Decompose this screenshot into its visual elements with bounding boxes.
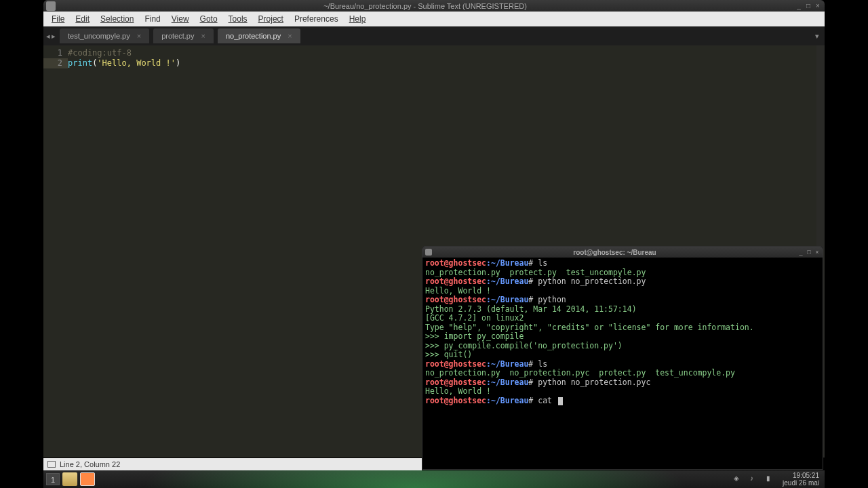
sublime-taskbar-icon[interactable]	[80, 472, 95, 486]
taskbar-right: ◈ ♪ ▮ 19:05:21 jeudi 26 mai	[734, 472, 825, 487]
menu-help[interactable]: Help	[344, 13, 372, 25]
tab-bar: ◂ ▸ test_uncompyle.py × protect.py × no_…	[43, 26, 825, 45]
tab-nav-arrows: ◂ ▸	[46, 32, 56, 41]
tab-label: protect.py	[161, 32, 194, 40]
tab-close-icon[interactable]: ×	[288, 32, 292, 40]
taskbar: 1 ◈ ♪ ▮ 19:05:21 jeudi 26 mai	[43, 470, 825, 488]
terminal-window: root@ghostsec: ~/Bureau _ □ × root@ghost…	[422, 246, 823, 470]
terminal-title: root@ghostsec: ~/Bureau	[432, 249, 797, 256]
menu-edit[interactable]: Edit	[70, 13, 95, 25]
workspace-switcher[interactable]: 1	[46, 473, 60, 485]
tab-label: no_protection.py	[226, 32, 281, 40]
menu-tools[interactable]: Tools	[223, 13, 253, 25]
terminal-line: no_protection.py protect.py test_uncompy…	[425, 268, 820, 278]
menu-project[interactable]: Project	[253, 13, 289, 25]
terminal-line: Hello, World !	[425, 287, 820, 296]
close-button[interactable]: ×	[814, 2, 822, 10]
tab-protect[interactable]: protect.py ×	[153, 28, 214, 43]
window-controls: _ □ ×	[795, 2, 822, 10]
tab-close-icon[interactable]: ×	[137, 32, 141, 40]
menu-view[interactable]: View	[166, 13, 195, 25]
tab-overflow-caret[interactable]: ▾	[815, 32, 819, 41]
terminal-line: root@ghostsec:~/Bureau# python no_protec…	[425, 378, 820, 388]
menu-bar: File Edit Selection Find View Goto Tools…	[43, 12, 825, 26]
terminal-line: >>> py_compile.compile('no_protection.py…	[425, 342, 820, 351]
terminal-line: no_protection.py no_protection.pyc prote…	[425, 369, 820, 378]
terminal-line: root@ghostsec:~/Bureau# python no_protec…	[425, 277, 820, 287]
status-panel-icon[interactable]	[47, 461, 56, 468]
terminal-line: root@ghostsec:~/Bureau# ls	[425, 259, 820, 268]
menu-selection[interactable]: Selection	[95, 13, 139, 25]
terminal-body[interactable]: root@ghostsec:~/Bureau# lsno_protection.…	[422, 258, 823, 407]
gutter: 1 2	[43, 45, 68, 458]
terminal-line: Python 2.7.3 (default, Mar 14 2014, 11:5…	[425, 305, 820, 314]
terminal-line: Type "help", "copyright", "credits" or "…	[425, 323, 820, 333]
tab-nav-right[interactable]: ▸	[52, 32, 56, 41]
tab-no-protection[interactable]: no_protection.py ×	[218, 28, 300, 43]
file-manager-icon[interactable]	[62, 472, 77, 486]
volume-icon[interactable]: ♪	[750, 474, 760, 484]
clock-time: 19:05:21	[783, 472, 819, 479]
terminal-line: root@ghostsec:~/Bureau# cat	[425, 396, 820, 406]
terminal-maximize-button[interactable]: □	[806, 249, 812, 256]
terminal-line: root@ghostsec:~/Bureau# python	[425, 296, 820, 305]
line-number: 2	[43, 58, 68, 68]
terminal-minimize-button[interactable]: _	[797, 249, 804, 256]
app-icon	[46, 1, 56, 11]
code-line: print('Hello, World !')	[68, 58, 825, 68]
tab-close-icon[interactable]: ×	[201, 32, 205, 40]
terminal-line: >>> quit()	[425, 350, 820, 360]
tab-nav-left[interactable]: ◂	[46, 32, 50, 41]
clock[interactable]: 19:05:21 jeudi 26 mai	[783, 472, 819, 487]
terminal-line: root@ghostsec:~/Bureau# ls	[425, 360, 820, 369]
taskbar-background	[95, 470, 734, 488]
window-title-bar: ~/Bureau/no_protection.py - Sublime Text…	[43, 0, 825, 12]
terminal-icon	[425, 249, 432, 256]
status-bar: Line 2, Column 22	[43, 458, 422, 470]
taskbar-left: 1	[43, 472, 95, 486]
status-text: Line 2, Column 22	[60, 460, 120, 468]
window-title: ~/Bureau/no_protection.py - Sublime Text…	[56, 2, 795, 10]
tab-test-uncompyle[interactable]: test_uncompyle.py ×	[60, 28, 149, 43]
terminal-line: >>> import py_compile	[425, 332, 820, 342]
line-number: 1	[43, 48, 68, 58]
menu-find[interactable]: Find	[139, 13, 165, 25]
terminal-line: [GCC 4.7.2] on linux2	[425, 314, 820, 323]
maximize-button[interactable]: □	[804, 2, 812, 10]
menu-preferences[interactable]: Preferences	[289, 13, 344, 25]
battery-icon[interactable]: ▮	[766, 474, 776, 484]
terminal-line: Hello, World !	[425, 387, 820, 396]
code-line: #coding:utf-8	[68, 48, 825, 58]
network-icon[interactable]: ◈	[734, 474, 743, 484]
clock-date: jeudi 26 mai	[783, 479, 819, 487]
menu-file[interactable]: File	[46, 13, 70, 25]
minimize-button[interactable]: _	[795, 2, 803, 10]
terminal-controls: _ □ ×	[797, 249, 821, 256]
tab-label: test_uncompyle.py	[68, 32, 130, 40]
menu-goto[interactable]: Goto	[195, 13, 223, 25]
terminal-cursor	[558, 397, 563, 405]
terminal-title-bar: root@ghostsec: ~/Bureau _ □ ×	[422, 247, 823, 258]
terminal-close-button[interactable]: ×	[814, 249, 821, 256]
